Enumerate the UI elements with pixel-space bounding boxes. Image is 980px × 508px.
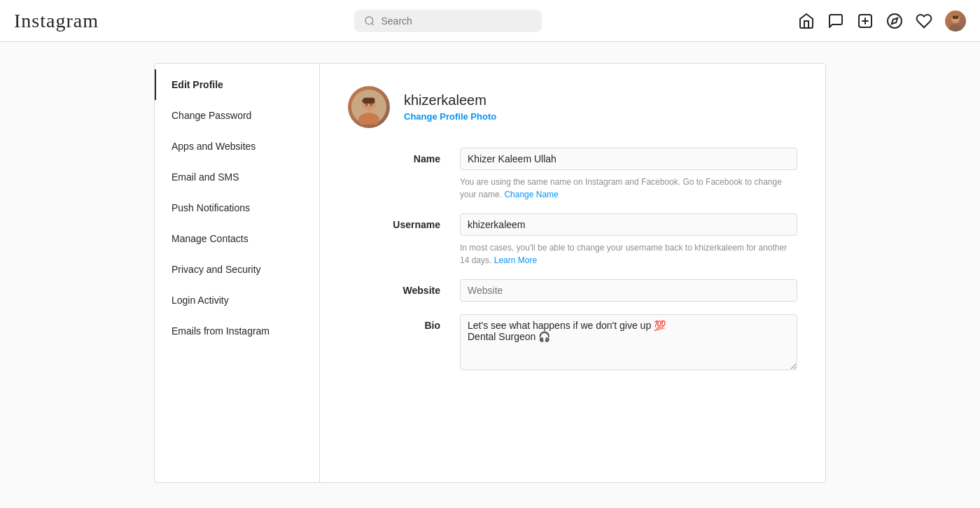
svg-point-0 [365, 17, 373, 24]
svg-point-5 [888, 14, 902, 28]
sidebar-item-edit-profile[interactable]: Edit Profile [155, 69, 319, 100]
bio-label: Bio [348, 314, 460, 331]
sidebar-item-login-activity[interactable]: Login Activity [155, 285, 319, 316]
sidebar-item-change-password[interactable]: Change Password [155, 100, 319, 131]
sidebar-item-email-sms[interactable]: Email and SMS [155, 162, 319, 192]
explore-icon[interactable] [886, 13, 903, 29]
name-input[interactable] [460, 148, 797, 170]
profile-header: khizerkaleem Change Profile Photo [348, 86, 797, 128]
svg-point-17 [370, 104, 372, 106]
username-field: In most cases, you'll be able to change … [460, 213, 797, 267]
edit-profile-content: khizerkaleem Change Profile Photo Name Y… [320, 64, 825, 482]
website-input[interactable] [460, 279, 797, 302]
svg-point-16 [365, 104, 368, 106]
learn-more-link[interactable]: Learn More [494, 255, 537, 265]
name-label: Name [348, 148, 460, 164]
website-label: Website [348, 279, 460, 296]
svg-line-1 [372, 23, 374, 25]
svg-marker-6 [892, 17, 897, 23]
svg-point-8 [948, 24, 962, 31]
sidebar-item-emails-instagram[interactable]: Emails from Instagram [155, 316, 319, 346]
messenger-icon[interactable] [827, 13, 844, 29]
logo: Instagram [14, 10, 99, 32]
username-input[interactable] [460, 213, 797, 236]
avatar[interactable] [348, 86, 390, 128]
home-icon[interactable] [798, 13, 815, 29]
change-name-link[interactable]: Change Name [504, 190, 558, 199]
user-avatar[interactable] [945, 10, 966, 31]
sidebar-item-apps-websites[interactable]: Apps and Websites [155, 131, 319, 162]
svg-rect-15 [362, 100, 365, 102]
username-hint: In most cases, you'll be able to change … [460, 241, 797, 267]
sidebar-item-push-notifications[interactable]: Push Notifications [155, 192, 319, 223]
search-bar[interactable] [354, 10, 542, 32]
svg-rect-14 [363, 98, 375, 104]
bio-field-row: Bio [348, 314, 797, 373]
sidebar: Edit Profile Change Password Apps and We… [155, 64, 320, 482]
name-field: You are using the same name on Instagram… [460, 148, 797, 201]
bio-input[interactable] [460, 314, 797, 370]
notifications-icon[interactable] [916, 13, 932, 29]
profile-username: khizerkaleem [404, 92, 496, 108]
settings-panel: Edit Profile Change Password Apps and We… [154, 63, 826, 483]
username-field-row: Username In most cases, you'll be able t… [348, 213, 797, 267]
website-field [460, 279, 797, 302]
website-field-row: Website [348, 279, 797, 302]
bio-field [460, 314, 797, 373]
sidebar-item-manage-contacts[interactable]: Manage Contacts [155, 223, 319, 254]
search-input[interactable] [381, 15, 532, 27]
sidebar-item-privacy-security[interactable]: Privacy and Security [155, 254, 319, 285]
name-hint: You are using the same name on Instagram… [460, 176, 797, 201]
profile-info: khizerkaleem Change Profile Photo [404, 92, 496, 122]
nav-icons [798, 10, 966, 31]
search-icon [364, 15, 375, 27]
new-post-icon[interactable] [857, 13, 874, 29]
username-label: Username [348, 213, 460, 230]
change-photo-button[interactable]: Change Profile Photo [404, 111, 496, 122]
header: Instagram [0, 0, 980, 42]
name-field-row: Name You are using the same name on Inst… [348, 148, 797, 201]
svg-rect-10 [953, 15, 958, 19]
